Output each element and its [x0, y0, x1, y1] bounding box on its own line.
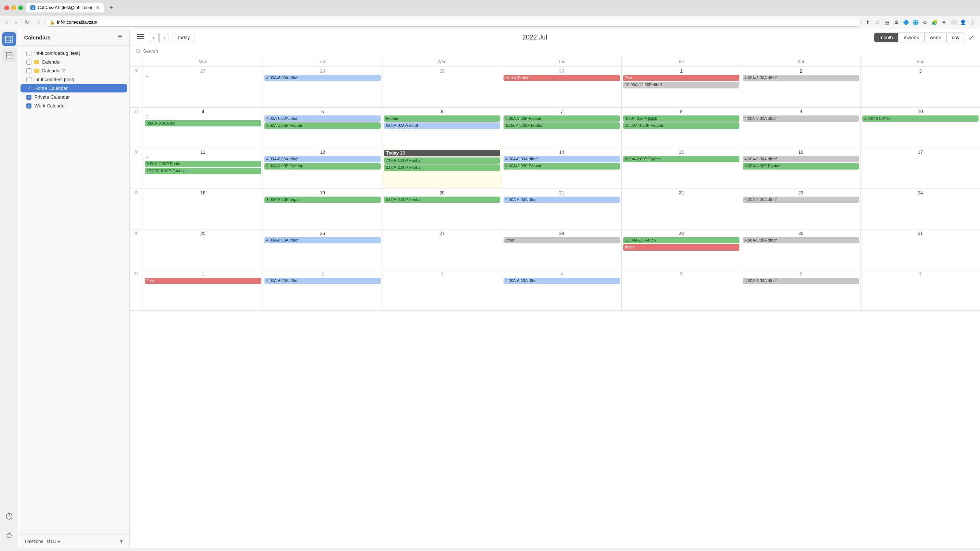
- reader-icon[interactable]: ▤: [883, 18, 891, 26]
- event-dfbdf-jul14[interactable]: 4:00A-6:00A dfbdf: [504, 156, 620, 162]
- event-dfbdf-aug4[interactable]: 4:00A-6:00A dfbdf: [504, 278, 620, 284]
- day-cell-jul10[interactable]: 10 3:00A-8:00A lol: [861, 108, 980, 148]
- event-job-jul29[interactable]: 12:00A-2:00A job: [623, 237, 740, 243]
- calendar-grid-icon[interactable]: [2, 32, 16, 46]
- event-foobar2-jul7[interactable]: 12:00P-6:00P Foobar: [504, 122, 620, 129]
- calendar-item-test[interactable]: inf-it.com/test [test]: [21, 75, 127, 84]
- event-foobar1-jul13[interactable]: 7:00A-1:00P Foobar: [384, 157, 500, 164]
- event-foobar-jul16[interactable]: 8:00A-2:00P Foobar: [743, 163, 859, 169]
- event-dfbdf-jul2[interactable]: 4:00A-6:00A dfbdf: [743, 75, 859, 81]
- nav-home-btn[interactable]: ⌂: [34, 18, 42, 26]
- calendar-checkbox-calendar2[interactable]: [26, 68, 32, 73]
- calendar-item-debug[interactable]: inf-it.com/debug [test]: [21, 49, 127, 57]
- nav-forward-btn[interactable]: ›: [13, 18, 19, 26]
- day-cell-jul9[interactable]: 9 4:00A-6:00A dfbdf: [741, 108, 861, 148]
- ext3-icon[interactable]: 🌐: [911, 18, 919, 26]
- hamburger-menu-btn[interactable]: [136, 32, 145, 43]
- power-icon[interactable]: [2, 528, 16, 542]
- day-cell-jul23[interactable]: 23 4:00A-6:00A dfbdf: [741, 189, 861, 229]
- day-cell-jul5[interactable]: 5 4:00A-6:00A dfbdf 9:00A-3:00P Foobar: [262, 108, 382, 148]
- day-cell-jun30[interactable]: 30 Neuer Termin: [502, 67, 621, 107]
- event-foobar-jul12[interactable]: 8:00A-2:00P Foobar: [264, 163, 381, 169]
- nav-reload-btn[interactable]: ↻: [22, 18, 32, 27]
- day-cell-jul16[interactable]: 16 4:00A-6:00A dfbdf 8:00A-2:00P Foobar: [741, 148, 861, 189]
- list-view-icon[interactable]: [2, 48, 16, 62]
- calendar-item-calendar[interactable]: Calendar: [21, 58, 127, 66]
- prev-period-btn[interactable]: ‹: [149, 33, 159, 42]
- bars-icon[interactable]: ≡: [940, 18, 948, 26]
- bookmark-icon[interactable]: ☆: [873, 18, 881, 26]
- event-foobar1-jul11[interactable]: 8:00A-2:00P Foobar: [145, 161, 261, 167]
- day-cell-jul26[interactable]: 26 4:00A-6:00A dfbdf: [262, 229, 382, 270]
- event-dfbdf-jul12[interactable]: 4:00A-6:00A dfbdf: [264, 156, 381, 162]
- day-cell-aug6[interactable]: 6 4:00A-6:00A dfbdf: [741, 270, 861, 310]
- day-cell-jul2[interactable]: 2 4:00A-6:00A dfbdf: [741, 67, 861, 107]
- event-foo-jul4[interactable]: 8:00A-9:00A foo: [145, 120, 261, 126]
- timezone-select[interactable]: UTC: [45, 538, 62, 545]
- ext1-icon[interactable]: ⚙: [892, 18, 900, 26]
- day-cell-jul24[interactable]: 24: [861, 189, 980, 229]
- event-foobar-jul6[interactable]: Foobar: [384, 116, 500, 122]
- event-dfbdf-jul6[interactable]: 6:00A-8:00A dfbdf: [384, 122, 500, 129]
- calendar-item-private[interactable]: ✓ Private Calendar: [21, 93, 127, 101]
- day-cell-jul15[interactable]: 15 8:00A-2:00P Foobar: [621, 148, 741, 189]
- event-dfbdf-jul5[interactable]: 4:00A-6:00A dfbdf: [264, 116, 381, 122]
- day-cell-aug4[interactable]: 4 4:00A-6:00A dfbdf: [502, 270, 621, 310]
- sync-icon[interactable]: [2, 509, 16, 523]
- event-foobar-jul14[interactable]: 8:00A-2:00P Foobar: [504, 163, 620, 169]
- day-cell-jul17[interactable]: 17: [861, 148, 980, 189]
- calendar-item-work[interactable]: ✓ Work Calendar: [21, 102, 127, 110]
- event-foobar2-jul11[interactable]: 12:30P-6:30P Foobar: [145, 168, 261, 174]
- event-test-aug1[interactable]: Test: [145, 278, 261, 284]
- day-cell-jul3[interactable]: 3: [861, 67, 980, 107]
- day-cell-aug3[interactable]: 3: [382, 270, 502, 310]
- event-dfbdf-jul26[interactable]: 4:00A-6:00A dfbdf: [264, 237, 381, 243]
- next-period-btn[interactable]: ›: [159, 33, 169, 42]
- day-cell-jul14[interactable]: 14 4:00A-6:00A dfbdf 8:00A-2:00P Foobar: [502, 148, 621, 189]
- sidebar-menu-btn[interactable]: [116, 33, 124, 42]
- day-cell-jun27[interactable]: 27 Fl: [143, 67, 262, 107]
- sidebar-toggle-icon[interactable]: ⬜: [949, 18, 957, 26]
- day-cell-jun28[interactable]: 28 4:00A-6:00A dfbdf: [262, 67, 382, 107]
- view-mweek-btn[interactable]: mweek: [898, 33, 924, 42]
- event-dfbdf-jul1[interactable]: 10:00A-12:00P dfbdf: [623, 82, 740, 88]
- day-cell-jul11[interactable]: 11 Fl 8:00A-2:00P Foobar 12:30P-6:30P Fo…: [143, 148, 262, 189]
- day-cell-jul20[interactable]: 20 8:00A-2:00P Foobar: [382, 189, 502, 229]
- calendar-checkbox-debug[interactable]: [26, 51, 32, 56]
- search-input[interactable]: [143, 48, 974, 54]
- event-test-jul1[interactable]: Test: [623, 75, 740, 81]
- browser-tab[interactable]: C CalDavZAP [test@inf-it.com] ✕: [26, 3, 104, 13]
- day-cell-jul6[interactable]: 6 Foobar 6:00A-8:00A dfbdf: [382, 108, 502, 148]
- day-cell-jul12[interactable]: 12 4:00A-6:00A dfbdf 8:00A-2:00P Foobar: [262, 148, 382, 189]
- url-bar[interactable]: 🔒 inf-it.com/caldavzap/: [45, 18, 861, 27]
- settings-icon[interactable]: ⚙: [921, 18, 929, 26]
- minimize-window-btn[interactable]: [11, 5, 16, 10]
- calendar-checkbox-calendar[interactable]: [26, 60, 32, 65]
- calendar-checkbox-home[interactable]: ✓: [26, 86, 32, 91]
- day-cell-jul4[interactable]: 4 Fl 8:00A-9:00A foo: [143, 108, 262, 148]
- event-4am-dfbdf-jun28[interactable]: 4:00A-6:00A dfbdf: [264, 75, 381, 81]
- day-cell-jul19[interactable]: 19 1:00P-5:00P dupa: [262, 189, 382, 229]
- view-week-btn[interactable]: week: [924, 33, 947, 42]
- event-dfbdf-jul23[interactable]: 4:00A-6:00A dfbdf: [743, 197, 859, 203]
- user-avatar[interactable]: 👤: [959, 18, 967, 26]
- event-foobar-jul20[interactable]: 8:00A-2:00P Foobar: [384, 197, 500, 203]
- event-foobar2-jul13[interactable]: 8:00A-2:00P Foobar: [384, 164, 500, 171]
- day-cell-aug5[interactable]: 5: [621, 270, 741, 310]
- event-david-jul29[interactable]: david: [623, 244, 740, 250]
- event-dfbdf-aug6[interactable]: 4:00A-6:00A dfbdf: [743, 278, 859, 284]
- calendar-item-home[interactable]: ✓ Home Calendar: [21, 84, 127, 92]
- event-foobar-jul15[interactable]: 8:00A-2:00P Foobar: [623, 156, 740, 162]
- event-dfbdf-jul30[interactable]: 4:00A-6:00A dfbdf: [743, 237, 859, 243]
- more-icon[interactable]: ⋮: [968, 18, 976, 26]
- day-cell-jul13-today[interactable]: Today 13 7:00A-1:00P Foobar 8:00A-2:00P …: [382, 148, 502, 189]
- day-cell-jul28[interactable]: 28 dfbdf: [502, 229, 621, 270]
- day-cell-jun29[interactable]: 29: [382, 67, 502, 107]
- ext2-icon[interactable]: 🔷: [902, 18, 910, 26]
- event-foobar-jul8[interactable]: 10:30A-4:30P Foobar: [623, 122, 740, 129]
- event-dfbdf-aug2[interactable]: 4:00A-6:00A dfbdf: [264, 278, 381, 284]
- view-month-btn[interactable]: month: [874, 33, 898, 42]
- event-dupa-jul19[interactable]: 1:00P-5:00P dupa: [264, 197, 381, 203]
- share-icon[interactable]: ⬆: [864, 18, 872, 26]
- event-lol-jul10[interactable]: 3:00A-8:00A lol: [862, 116, 978, 122]
